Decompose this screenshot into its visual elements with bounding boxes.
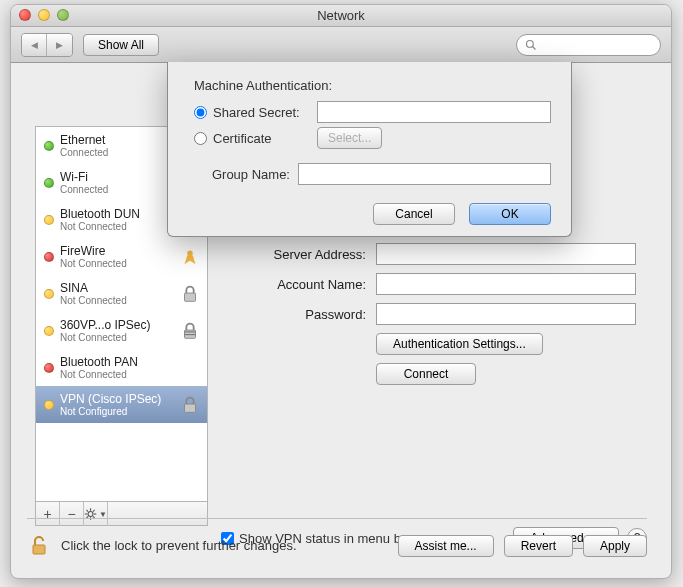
service-status: Connected — [60, 184, 175, 195]
sheet-title: Machine Authentication: — [194, 78, 551, 93]
service-icon — [179, 357, 201, 379]
status-dot — [44, 215, 54, 225]
service-name: Ethernet — [60, 133, 175, 147]
shared-secret-label: Shared Secret: — [213, 105, 317, 120]
revert-button[interactable]: Revert — [504, 535, 573, 557]
service-icon — [179, 246, 201, 268]
traffic-lights — [19, 9, 69, 21]
status-dot — [44, 400, 54, 410]
show-all-button[interactable]: Show All — [83, 34, 159, 56]
shared-secret-radio[interactable] — [194, 106, 207, 119]
service-name: Wi-Fi — [60, 170, 175, 184]
service-icon — [179, 283, 201, 305]
sidebar-item-vpn-cisco-ipsec-[interactable]: VPN (Cisco IPSec)Not Configured — [36, 386, 207, 423]
service-name: VPN (Cisco IPSec) — [60, 392, 175, 406]
sidebar-item-sina[interactable]: SINANot Connected — [36, 275, 207, 312]
group-name-label: Group Name: — [194, 167, 298, 182]
search-icon — [525, 39, 537, 51]
account-name-label: Account Name: — [221, 277, 376, 292]
service-icon — [179, 320, 201, 342]
service-name: 360VP...o IPSec) — [60, 318, 175, 332]
lock-row: Click the lock to prevent further change… — [27, 518, 647, 566]
assist-button[interactable]: Assist me... — [398, 535, 494, 557]
svg-rect-17 — [33, 545, 45, 554]
back-button[interactable]: ◀ — [22, 34, 47, 56]
nav-buttons: ◀ ▶ — [21, 33, 73, 57]
svg-point-0 — [527, 40, 534, 47]
auth-settings-button[interactable]: Authentication Settings... — [376, 333, 543, 355]
lock-text: Click the lock to prevent further change… — [61, 538, 297, 553]
vpn-form: Server Address: Account Name: Password: … — [221, 243, 647, 385]
status-dot — [44, 326, 54, 336]
password-label: Password: — [221, 307, 376, 322]
service-name: Bluetooth DUN — [60, 207, 175, 221]
apply-button[interactable]: Apply — [583, 535, 647, 557]
svg-point-8 — [88, 512, 93, 517]
unlock-icon[interactable] — [27, 534, 51, 558]
account-name-input[interactable] — [376, 273, 636, 295]
service-name: Bluetooth PAN — [60, 355, 175, 369]
forward-button[interactable]: ▶ — [47, 34, 72, 56]
search-input[interactable] — [516, 34, 661, 56]
group-name-input[interactable] — [298, 163, 551, 185]
service-status: Not Connected — [60, 221, 175, 232]
auth-sheet: Machine Authentication: Shared Secret: C… — [167, 62, 572, 237]
titlebar: Network — [11, 5, 671, 27]
certificate-radio[interactable] — [194, 132, 207, 145]
close-icon[interactable] — [19, 9, 31, 21]
service-status: Not Connected — [60, 369, 175, 380]
minimize-icon[interactable] — [38, 9, 50, 21]
service-status: Not Connected — [60, 295, 175, 306]
svg-rect-3 — [185, 293, 196, 301]
server-address-input[interactable] — [376, 243, 636, 265]
window-title: Network — [317, 8, 365, 23]
connect-button[interactable]: Connect — [376, 363, 476, 385]
svg-line-13 — [86, 510, 88, 512]
service-status: Not Connected — [60, 258, 175, 269]
certificate-label: Certificate — [213, 131, 317, 146]
service-name: SINA — [60, 281, 175, 295]
zoom-icon[interactable] — [57, 9, 69, 21]
status-dot — [44, 178, 54, 188]
status-dot — [44, 141, 54, 151]
cancel-button[interactable]: Cancel — [373, 203, 455, 225]
status-dot — [44, 289, 54, 299]
sidebar-item-360vp-o-ipsec-[interactable]: 360VP...o IPSec)Not Connected — [36, 312, 207, 349]
shared-secret-input[interactable] — [317, 101, 551, 123]
toolbar: ◀ ▶ Show All — [11, 27, 671, 63]
service-status: Not Configured — [60, 406, 175, 417]
sidebar-item-firewire[interactable]: FireWireNot Connected — [36, 238, 207, 275]
service-icon — [179, 394, 201, 416]
service-name: FireWire — [60, 244, 175, 258]
svg-rect-7 — [185, 404, 196, 412]
server-address-label: Server Address: — [221, 247, 376, 262]
ok-button[interactable]: OK — [469, 203, 551, 225]
service-status: Connected — [60, 147, 175, 158]
password-input[interactable] — [376, 303, 636, 325]
select-cert-button[interactable]: Select... — [317, 127, 382, 149]
status-dot — [44, 363, 54, 373]
svg-line-15 — [93, 510, 95, 512]
sidebar-item-bluetooth-pan[interactable]: Bluetooth PANNot Connected — [36, 349, 207, 386]
service-status: Not Connected — [60, 332, 175, 343]
status-dot — [44, 252, 54, 262]
svg-line-1 — [533, 46, 536, 49]
